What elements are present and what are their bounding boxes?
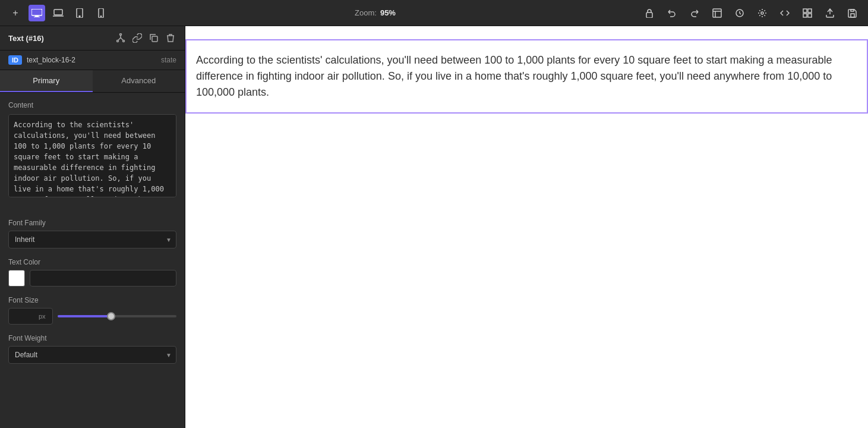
- selected-text-block[interactable]: According to the scientists' calculation…: [185, 39, 868, 114]
- canvas-inner: Text According to the scientists' calcul…: [185, 26, 868, 428]
- content-section: Content According to the scientists' cal…: [8, 101, 176, 209]
- layout-icon[interactable]: [709, 5, 725, 21]
- panel-tabs: Primary Advanced: [0, 70, 185, 93]
- redo-icon[interactable]: [686, 5, 703, 21]
- svg-rect-12: [851, 14, 854, 17]
- export-icon[interactable]: [822, 5, 838, 21]
- slider-thumb[interactable]: [107, 312, 115, 320]
- font-size-unit: px: [39, 313, 49, 320]
- svg-rect-9: [713, 9, 721, 17]
- svg-point-14: [120, 34, 122, 36]
- slider-fill: [58, 315, 111, 317]
- id-row: ID text_block-16-2 state: [0, 51, 185, 70]
- link-icon[interactable]: [131, 32, 143, 44]
- add-button[interactable]: +: [7, 5, 24, 21]
- font-size-input[interactable]: [9, 309, 39, 324]
- font-family-group: Font Family Inherit ▼: [8, 219, 176, 248]
- panel-content: Content According to the scientists' cal…: [0, 93, 185, 428]
- font-size-label: Font Size: [8, 296, 176, 304]
- font-family-select[interactable]: Inherit: [8, 231, 176, 248]
- panel-header: Text (#16): [0, 26, 185, 51]
- color-input[interactable]: [30, 270, 176, 287]
- undo-icon[interactable]: [664, 5, 680, 21]
- color-row: [8, 270, 176, 287]
- font-size-row: px: [8, 308, 176, 325]
- color-swatch[interactable]: [8, 270, 25, 287]
- font-family-label: Font Family: [8, 219, 176, 227]
- hierarchy-icon[interactable]: [115, 32, 127, 44]
- svg-point-7: [100, 15, 102, 17]
- zoom-value[interactable]: 95%: [380, 8, 396, 17]
- lock-icon[interactable]: [641, 5, 658, 21]
- svg-rect-3: [54, 10, 62, 15]
- zoom-display: Zoom: 95%: [355, 8, 396, 17]
- state-label: state: [161, 56, 176, 64]
- code-icon[interactable]: [777, 5, 793, 21]
- save-icon[interactable]: [844, 5, 861, 21]
- zoom-label: Zoom:: [355, 8, 377, 17]
- mobile-icon[interactable]: [93, 5, 109, 21]
- laptop-icon[interactable]: [50, 5, 67, 21]
- font-weight-group: Font Weight Default ▼: [8, 334, 176, 364]
- left-panel: Text (#16) ID text_block-16-2 state: [0, 26, 185, 428]
- panel-title: Text (#16): [8, 34, 44, 43]
- main-layout: Text (#16) ID text_block-16-2 state: [0, 26, 868, 428]
- history-icon[interactable]: [731, 5, 748, 21]
- delete-icon[interactable]: [165, 32, 176, 44]
- tab-advanced[interactable]: Advanced: [93, 70, 185, 92]
- text-block-wrapper: Text According to the scientists' calcul…: [185, 26, 868, 114]
- id-value[interactable]: text_block-16-2: [27, 56, 156, 64]
- font-weight-select[interactable]: Default: [8, 346, 176, 364]
- svg-rect-17: [152, 36, 157, 42]
- desktop-icon[interactable]: [29, 5, 45, 21]
- svg-rect-2: [34, 17, 40, 17]
- font-size-input-wrap: px: [8, 308, 53, 325]
- font-size-group: Font Size px: [8, 296, 176, 325]
- toolbar-right: [641, 5, 861, 21]
- svg-rect-13: [851, 10, 854, 11]
- svg-rect-8: [646, 12, 652, 18]
- toolbar-left: +: [7, 5, 109, 21]
- panel-header-icons: [115, 32, 176, 44]
- svg-point-16: [123, 40, 125, 42]
- text-color-group: Text Color: [8, 258, 176, 287]
- settings-icon[interactable]: [754, 5, 771, 21]
- font-size-slider[interactable]: [58, 311, 176, 322]
- tablet-icon[interactable]: [71, 5, 88, 21]
- content-textarea[interactable]: According to the scientists' calculation…: [8, 114, 176, 197]
- text-color-label: Text Color: [8, 258, 176, 266]
- svg-rect-1: [35, 15, 39, 17]
- tab-primary[interactable]: Primary: [0, 70, 93, 92]
- slider-track: [58, 315, 176, 317]
- grid-icon[interactable]: [799, 5, 816, 21]
- content-label: Content: [8, 101, 176, 109]
- svg-point-15: [117, 40, 119, 42]
- svg-rect-0: [31, 9, 42, 15]
- font-weight-select-wrap: Default ▼: [8, 346, 176, 364]
- svg-point-11: [761, 12, 763, 14]
- id-badge: ID: [8, 55, 22, 65]
- font-family-select-wrap: Inherit ▼: [8, 231, 176, 248]
- canvas-paragraph: According to the scientists' calculation…: [196, 52, 857, 100]
- top-toolbar: + Zoom: 95%: [0, 0, 868, 26]
- canvas-area[interactable]: Text According to the scientists' calcul…: [185, 26, 868, 428]
- font-weight-label: Font Weight: [8, 334, 176, 342]
- duplicate-icon[interactable]: [148, 32, 160, 44]
- svg-point-5: [79, 15, 80, 17]
